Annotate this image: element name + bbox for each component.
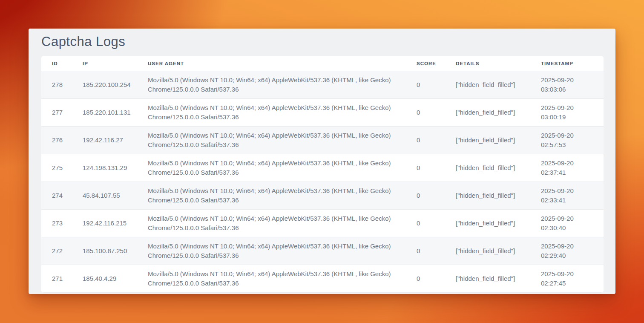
cell-user_agent: Mozilla/5.0 (Windows NT 10.0; Win64; x64…: [137, 237, 406, 265]
cell-user_agent: Mozilla/5.0 (Windows NT 10.0; Win64; x64…: [137, 71, 406, 99]
cell-id: 274: [41, 182, 72, 210]
table-row: 271185.40.4.29Mozilla/5.0 (Windows NT 10…: [41, 265, 604, 293]
cell-user_agent: Mozilla/5.0 (Windows NT 10.0; Win64; x64…: [137, 154, 406, 182]
cell-details: ["hidden_field_filled"]: [445, 99, 530, 127]
column-header-ip: IP: [72, 56, 137, 71]
cell-details: ["hidden_field_filled"]: [445, 265, 530, 293]
cell-id: 278: [41, 71, 72, 99]
cell-timestamp: 2025-09-20 02:30:40: [530, 210, 604, 237]
cell-timestamp: 2025-09-20 02:57:53: [530, 127, 604, 154]
cell-score: 0: [406, 237, 445, 265]
cell-ip: 185.220.101.131: [72, 99, 137, 127]
table-row: 277185.220.101.131Mozilla/5.0 (Windows N…: [41, 99, 604, 127]
captcha-logs-card: Captcha Logs IDIPUSER AGENTSCOREDETAILST…: [29, 29, 615, 294]
column-header-timestamp: TIMESTAMP: [530, 56, 604, 71]
cell-user_agent: Mozilla/5.0 (Windows NT 10.0; Win64; x64…: [137, 182, 406, 210]
cell-timestamp: 2025-09-20 03:00:19: [530, 99, 604, 127]
cell-details: ["hidden_field_filled"]: [445, 71, 530, 99]
cell-user_agent: Mozilla/5.0 (Windows NT 10.0; Win64; x64…: [137, 127, 406, 154]
table-row: 276192.42.116.27Mozilla/5.0 (Windows NT …: [41, 127, 604, 154]
logs-table-container: IDIPUSER AGENTSCOREDETAILSTIMESTAMP 2781…: [41, 56, 604, 293]
cell-user_agent: Mozilla/5.0 (Windows NT 10.0; Win64; x64…: [137, 210, 406, 237]
cell-score: 0: [406, 154, 445, 182]
cell-user_agent: Mozilla/5.0 (Windows NT 10.0; Win64; x64…: [137, 265, 406, 293]
table-row: 272185.100.87.250Mozilla/5.0 (Windows NT…: [41, 237, 604, 265]
cell-score: 0: [406, 210, 445, 237]
cell-ip: 45.84.107.55: [72, 182, 137, 210]
cell-score: 0: [406, 71, 445, 99]
table-row: 275124.198.131.29Mozilla/5.0 (Windows NT…: [41, 154, 604, 182]
cell-id: 273: [41, 210, 72, 237]
cell-details: ["hidden_field_filled"]: [445, 237, 530, 265]
column-header-details: DETAILS: [445, 56, 530, 71]
cell-ip: 185.220.100.254: [72, 71, 137, 99]
table-row: 27445.84.107.55Mozilla/5.0 (Windows NT 1…: [41, 182, 604, 210]
page-title: Captcha Logs: [41, 34, 604, 49]
cell-details: ["hidden_field_filled"]: [445, 127, 530, 154]
cell-timestamp: 2025-09-20 02:33:41: [530, 182, 604, 210]
table-row: 273192.42.116.215Mozilla/5.0 (Windows NT…: [41, 210, 604, 237]
cell-user_agent: Mozilla/5.0 (Windows NT 10.0; Win64; x64…: [137, 99, 406, 127]
cell-ip: 185.40.4.29: [72, 265, 137, 293]
cell-score: 0: [406, 265, 445, 293]
cell-id: 276: [41, 127, 72, 154]
cell-id: 272: [41, 237, 72, 265]
cell-details: ["hidden_field_filled"]: [445, 154, 530, 182]
column-header-user_agent: USER AGENT: [137, 56, 406, 71]
table-header-row: IDIPUSER AGENTSCOREDETAILSTIMESTAMP: [41, 56, 604, 71]
logs-table: IDIPUSER AGENTSCOREDETAILSTIMESTAMP 2781…: [41, 56, 604, 293]
cell-ip: 192.42.116.215: [72, 210, 137, 237]
cell-details: ["hidden_field_filled"]: [445, 210, 530, 237]
cell-score: 0: [406, 99, 445, 127]
table-body: 278185.220.100.254Mozilla/5.0 (Windows N…: [41, 71, 604, 293]
column-header-score: SCORE: [406, 56, 445, 71]
cell-score: 0: [406, 127, 445, 154]
cell-id: 271: [41, 265, 72, 293]
cell-timestamp: 2025-09-20 02:37:41: [530, 154, 604, 182]
cell-score: 0: [406, 182, 445, 210]
cell-timestamp: 2025-09-20 02:27:45: [530, 265, 604, 293]
table-row: 278185.220.100.254Mozilla/5.0 (Windows N…: [41, 71, 604, 99]
cell-id: 277: [41, 99, 72, 127]
cell-details: ["hidden_field_filled"]: [445, 182, 530, 210]
cell-id: 275: [41, 154, 72, 182]
cell-timestamp: 2025-09-20 03:03:06: [530, 71, 604, 99]
column-header-id: ID: [41, 56, 72, 71]
cell-ip: 124.198.131.29: [72, 154, 137, 182]
cell-timestamp: 2025-09-20 02:29:40: [530, 237, 604, 265]
desktop-background: { "page": { "title": "Captcha Logs" }, "…: [0, 0, 644, 323]
cell-ip: 192.42.116.27: [72, 127, 137, 154]
cell-ip: 185.100.87.250: [72, 237, 137, 265]
